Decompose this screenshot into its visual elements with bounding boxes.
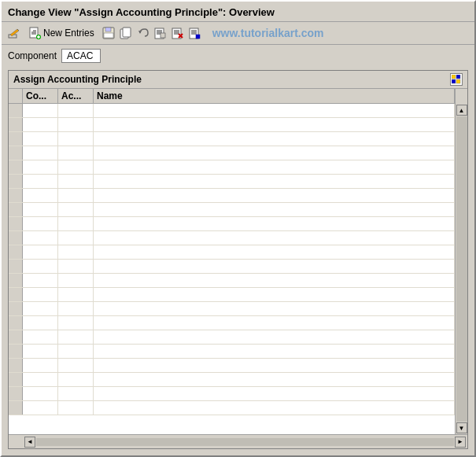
table-row[interactable] <box>9 359 455 373</box>
new-entries-button[interactable]: New Entries <box>24 24 99 42</box>
scroll-track[interactable] <box>456 116 467 422</box>
select-icon[interactable] <box>187 25 203 41</box>
new-entries-label: New Entries <box>43 28 94 39</box>
scroll-right-button[interactable]: ► <box>455 437 466 448</box>
svg-rect-14 <box>123 28 131 37</box>
watermark: www.tutorialkart.com <box>212 27 324 39</box>
header-ac: Ac... <box>58 89 94 103</box>
component-bar: Component ACAC <box>2 45 474 67</box>
table-row[interactable] <box>9 387 455 401</box>
table-container: Assign Accounting Principle Co... Ac... <box>8 70 468 449</box>
table-row[interactable] <box>9 104 455 118</box>
table-row[interactable] <box>9 288 455 302</box>
new-entries-icon <box>28 27 41 39</box>
header-co: Co... <box>23 89 58 103</box>
svg-rect-31 <box>196 35 200 39</box>
table-body-area: ▲ ▼ <box>9 104 467 434</box>
svg-rect-32 <box>452 75 456 79</box>
scroll-left-button[interactable]: ◄ <box>24 437 35 448</box>
table-row[interactable] <box>9 401 455 415</box>
corner-box <box>9 437 23 448</box>
copy-icon[interactable] <box>118 25 134 41</box>
table-row[interactable] <box>9 274 455 288</box>
table-row[interactable] <box>9 132 455 146</box>
table-header-row: Co... Ac... Name <box>9 89 467 104</box>
svg-rect-33 <box>456 75 460 79</box>
save-icon[interactable] <box>101 25 116 41</box>
header-name: Name <box>94 89 455 103</box>
h-scroll-track[interactable] <box>36 438 454 446</box>
table-row[interactable] <box>9 245 455 260</box>
table-settings-icon[interactable] <box>450 73 463 86</box>
header-select <box>9 89 23 103</box>
main-window: Change View "Assign Accounting Principle… <box>0 0 476 457</box>
table-row[interactable] <box>9 175 455 189</box>
table-row[interactable] <box>9 330 455 345</box>
table-row[interactable] <box>9 118 455 132</box>
horizontal-scrollbar[interactable]: ◄ ► <box>24 437 466 448</box>
main-content: Assign Accounting Principle Co... Ac... <box>2 67 474 455</box>
window-title: Change View "Assign Accounting Principle… <box>8 6 275 18</box>
scroll-down-button[interactable]: ▼ <box>456 422 467 433</box>
vertical-scrollbar[interactable]: ▲ ▼ <box>455 104 467 434</box>
table-row[interactable] <box>9 146 455 160</box>
table-row[interactable] <box>9 345 455 359</box>
delete-icon[interactable] <box>170 25 186 41</box>
table-row[interactable] <box>9 203 455 217</box>
table-row[interactable] <box>9 189 455 203</box>
copy2-icon[interactable] <box>153 25 168 41</box>
svg-rect-34 <box>452 79 456 83</box>
table-row[interactable] <box>9 217 455 231</box>
rows-area <box>9 104 455 434</box>
title-bar: Change View "Assign Accounting Principle… <box>2 2 474 22</box>
table-title-bar: Assign Accounting Principle <box>9 71 467 89</box>
svg-rect-20 <box>161 33 165 38</box>
table-row[interactable] <box>9 231 455 245</box>
component-value[interactable]: ACAC <box>61 49 101 63</box>
component-label: Component <box>8 50 57 61</box>
toolbar: New Entries <box>2 22 474 45</box>
svg-rect-12 <box>104 33 113 38</box>
table-row[interactable] <box>9 302 455 316</box>
table-row[interactable] <box>9 160 455 175</box>
table-row[interactable] <box>9 316 455 330</box>
table-row[interactable] <box>9 373 455 387</box>
header-scroll-spacer <box>455 89 467 104</box>
scroll-up-button[interactable]: ▲ <box>456 105 467 116</box>
svg-rect-11 <box>105 28 111 31</box>
table-header: Co... Ac... Name <box>9 89 455 104</box>
table-row[interactable] <box>9 260 455 274</box>
svg-marker-15 <box>138 31 142 34</box>
svg-rect-35 <box>456 79 460 83</box>
table-title-text: Assign Accounting Principle <box>13 74 142 85</box>
bottom-bar: ◄ ► <box>9 434 467 448</box>
undo-icon[interactable] <box>135 25 151 41</box>
svg-marker-1 <box>10 29 19 36</box>
edit-icon[interactable] <box>6 25 22 41</box>
